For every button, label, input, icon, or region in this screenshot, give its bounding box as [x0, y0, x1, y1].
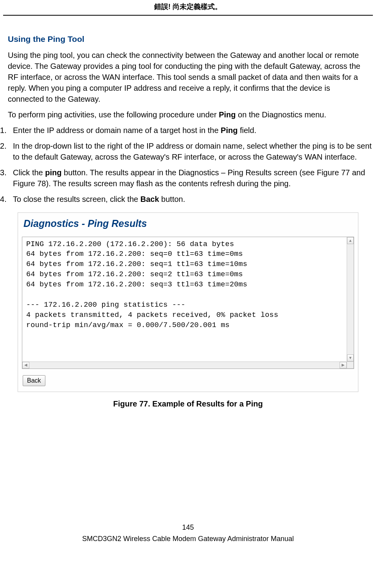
step-4-bold: Back: [140, 195, 159, 203]
section-title: Using the Ping Tool: [8, 33, 368, 45]
step-1-text-a: Enter the IP address or domain name of a…: [13, 126, 221, 135]
header-error-text: 錯誤! 尚未定義樣式。: [0, 0, 376, 15]
step-2: In the drop-down list to the right of th…: [0, 140, 376, 162]
scroll-right-icon[interactable]: ▶: [340, 362, 347, 369]
scroll-down-icon[interactable]: ▼: [347, 354, 354, 361]
step-2-text: In the drop-down list to the right of th…: [13, 142, 372, 161]
horizontal-scrollbar[interactable]: ◀ ▶: [22, 361, 354, 369]
ping-output-text: PING 172.16.2.200 (172.16.2.200): 56 dat…: [22, 237, 354, 331]
page-footer: 145 SMCD3GN2 Wireless Cable Modem Gatewa…: [0, 523, 376, 552]
step-3: Click the ping button. The results appea…: [0, 167, 376, 189]
step-3-bold: ping: [45, 168, 61, 177]
step-1-text-c: field.: [237, 126, 256, 135]
step-4: To close the results screen, click the B…: [0, 194, 376, 205]
vertical-scrollbar[interactable]: ▲ ▼: [347, 237, 354, 361]
step-1-bold: Ping: [221, 126, 237, 135]
step-1: Enter the IP address or domain name of a…: [0, 125, 376, 136]
step-4-text-c: button.: [159, 195, 185, 203]
manual-title: SMCD3GN2 Wireless Cable Modem Gateway Ad…: [0, 534, 376, 544]
panel-title: Diagnostics - Ping Results: [22, 216, 354, 237]
page-number: 145: [0, 523, 376, 532]
step-4-text-a: To close the results screen, click the: [13, 195, 140, 203]
scroll-left-icon[interactable]: ◀: [22, 362, 29, 369]
figure-caption: Figure 77. Example of Results for a Ping: [0, 398, 376, 409]
back-button[interactable]: Back: [23, 375, 45, 386]
procedure-intro-suffix: on the Diagnostics menu.: [236, 110, 326, 119]
procedure-intro: To perform ping activities, use the foll…: [8, 109, 368, 120]
intro-paragraph: Using the ping tool, you can check the c…: [8, 50, 368, 104]
procedure-intro-prefix: To perform ping activities, use the foll…: [8, 110, 219, 119]
ping-results-panel: Diagnostics - Ping Results PING 172.16.2…: [18, 212, 358, 392]
header-divider: [3, 15, 373, 16]
results-textarea[interactable]: PING 172.16.2.200 (172.16.2.200): 56 dat…: [22, 237, 354, 369]
step-3-text-c: button. The results appear in the Diagno…: [13, 168, 365, 188]
step-3-text-a: Click the: [13, 168, 45, 177]
procedure-intro-bold: Ping: [219, 110, 236, 119]
scroll-up-icon[interactable]: ▲: [347, 237, 354, 244]
scrollbar-corner: [347, 361, 354, 369]
